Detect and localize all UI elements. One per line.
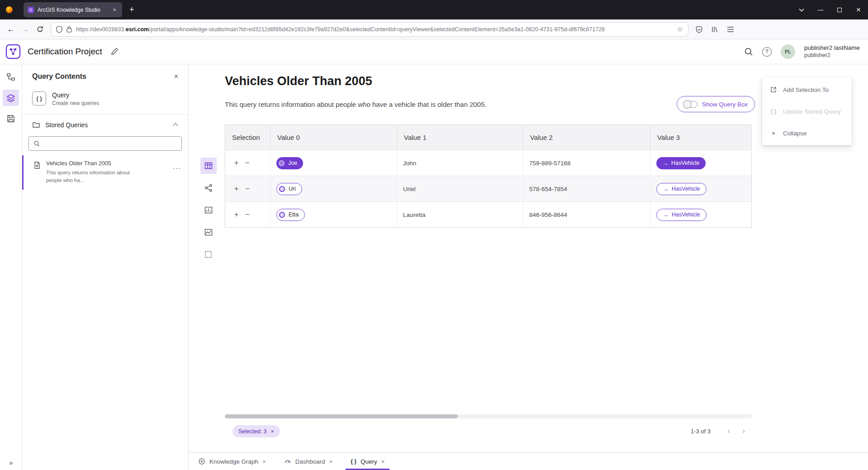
table-row: + − Joe John 759-889-57168 →HasVehicle — [225, 150, 751, 176]
selected-count-chip: Selected: 3 × — [232, 425, 280, 437]
expand-rail-chevrons-icon[interactable]: » — [0, 459, 22, 466]
tab-close-icon[interactable]: × — [262, 458, 266, 465]
panel-close-icon[interactable]: × — [174, 72, 178, 81]
previous-page-chevron-icon[interactable]: ‹ — [722, 425, 735, 437]
data-model-icon[interactable] — [3, 69, 19, 85]
tab-knowledge-graph[interactable]: Knowledge Graph × — [191, 453, 273, 470]
chart-view-icon[interactable] — [200, 202, 217, 218]
menu-item-label: Update Stored Query — [783, 108, 841, 115]
entity-pill[interactable]: Etta — [276, 209, 305, 221]
menu-item-add-selection-to[interactable]: Add Selection To — [762, 79, 852, 101]
panel-title: Query Contents — [32, 72, 86, 81]
browser-url-bar: ← → https://dev0028833.esri.com/portal/a… — [0, 19, 868, 39]
entity-pill[interactable]: Uri — [276, 183, 302, 195]
item-options-ellipsis-icon[interactable]: ··· — [173, 164, 181, 172]
browser-tab-title: ArcGIS Knowledge Studio — [38, 7, 107, 13]
browser-tab[interactable]: ArcGIS Knowledge Studio × — [24, 2, 122, 17]
stored-query-description: This query returns information about peo… — [46, 169, 139, 184]
query-contents-panel: Query Contents × { } Query Create new qu… — [22, 64, 189, 470]
left-icon-rail: » — [0, 64, 22, 470]
search-icon[interactable] — [744, 47, 753, 56]
lock-icon[interactable] — [66, 26, 72, 33]
window-close-button[interactable]: × — [849, 0, 868, 19]
tab-close-icon[interactable]: × — [111, 5, 118, 14]
extensions-icon[interactable] — [696, 26, 702, 33]
entity-pill[interactable]: Joe — [276, 157, 303, 169]
table-view-icon[interactable] — [200, 158, 217, 174]
braces-icon: { } — [769, 108, 778, 115]
remove-minus-icon[interactable]: − — [245, 185, 249, 192]
library-icon[interactable] — [711, 26, 718, 33]
map-view-icon[interactable] — [200, 224, 217, 240]
user-avatar[interactable]: PL — [781, 44, 795, 59]
stored-queries-search[interactable] — [28, 136, 182, 151]
tab-close-icon[interactable]: × — [329, 458, 333, 465]
relationship-pill[interactable]: →HasVehicle — [656, 157, 706, 169]
tab-close-icon[interactable]: × — [381, 458, 385, 465]
entity-dot-icon — [279, 212, 285, 218]
search-input-icon — [33, 140, 40, 147]
remove-minus-icon[interactable]: − — [245, 211, 249, 218]
edit-title-pencil-icon[interactable] — [110, 48, 119, 56]
cell-value2: 578-654-7854 — [523, 176, 650, 201]
project-title: Certification Project — [28, 47, 102, 57]
app-header: Certification Project ? PL publisher2 la… — [0, 39, 868, 64]
menu-item-label: Collapse — [783, 130, 807, 137]
url-text: https://dev0028833.esri.com/portal/apps/… — [76, 26, 673, 33]
list-tabs-chevron-icon[interactable] — [792, 0, 811, 19]
expand-plus-icon[interactable]: + — [234, 159, 238, 167]
address-field[interactable]: https://dev0028833.esri.com/portal/apps/… — [51, 22, 688, 37]
reload-button[interactable] — [33, 22, 47, 37]
expand-plus-icon[interactable]: + — [234, 211, 238, 218]
selection-tool-icon[interactable] — [200, 246, 217, 263]
window-minimize-button[interactable]: — — [811, 0, 830, 19]
toggle-switch[interactable] — [684, 101, 697, 108]
collapse-chevrons-icon: » — [769, 130, 778, 136]
save-icon[interactable] — [3, 110, 19, 127]
stored-query-title: Vehicles Older Than 2005 — [46, 160, 139, 167]
new-query-item[interactable]: { } Query Create new queries — [22, 89, 188, 115]
cell-value2: 759-889-57168 — [523, 150, 650, 176]
browser-tab-bar: ArcGIS Knowledge Studio × + — × — [0, 0, 868, 19]
arcgis-knowledge-logo — [5, 44, 21, 59]
menu-item-collapse[interactable]: » Collapse — [762, 122, 852, 144]
stored-queries-search-input[interactable] — [43, 140, 177, 147]
scrollbar-thumb[interactable] — [225, 414, 458, 418]
content-tab-bar: Knowledge Graph × Dashboard × { } Query … — [189, 452, 868, 470]
column-header-selection: Selection — [225, 125, 270, 150]
remove-minus-icon[interactable]: − — [245, 159, 249, 167]
relationship-pill[interactable]: →HasVehicle — [656, 209, 707, 221]
query-title: Vehicles Older Than 2005 — [225, 74, 372, 88]
cell-value1: Lauretta — [397, 202, 523, 227]
tab-query[interactable]: { } Query × — [344, 453, 391, 470]
chevron-up-icon[interactable] — [173, 123, 179, 129]
contents-layers-icon[interactable] — [3, 90, 19, 106]
app-menu-icon[interactable] — [727, 26, 734, 33]
stored-queries-header[interactable]: Stored Queries — [22, 115, 188, 135]
bookmark-star-icon[interactable]: ☆ — [677, 25, 683, 34]
link-chart-icon[interactable] — [200, 180, 217, 196]
tracking-shield-icon[interactable] — [56, 26, 62, 33]
entity-dot-icon — [279, 186, 285, 192]
user-role: publisher2 — [804, 52, 860, 59]
show-query-box-toggle[interactable]: Show Query Box — [677, 96, 755, 112]
window-maximize-button[interactable] — [830, 0, 849, 19]
expand-plus-icon[interactable]: + — [234, 185, 238, 192]
entity-dot-icon — [279, 160, 285, 166]
horizontal-scrollbar[interactable] — [225, 414, 752, 418]
stored-query-list-item[interactable]: Vehicles Older Than 2005 This query retu… — [22, 155, 188, 190]
tab-label: Dashboard — [295, 458, 325, 465]
new-tab-button[interactable]: + — [129, 5, 134, 14]
column-header-value3: Value 3 — [650, 125, 751, 150]
clear-selection-icon[interactable]: × — [271, 428, 275, 435]
help-icon[interactable]: ? — [762, 47, 772, 57]
forward-button[interactable]: → — [18, 22, 33, 37]
tab-dashboard[interactable]: Dashboard × — [277, 453, 340, 470]
folder-icon — [32, 121, 40, 129]
back-button[interactable]: ← — [4, 22, 18, 37]
toggle-knob — [683, 100, 692, 109]
query-viewer-main: Vehicles Older Than 2005 This query retu… — [189, 64, 868, 470]
braces-icon: { } — [351, 458, 356, 465]
relationship-pill[interactable]: →HasVehicle — [656, 183, 707, 195]
next-page-chevron-icon[interactable]: › — [737, 425, 750, 437]
